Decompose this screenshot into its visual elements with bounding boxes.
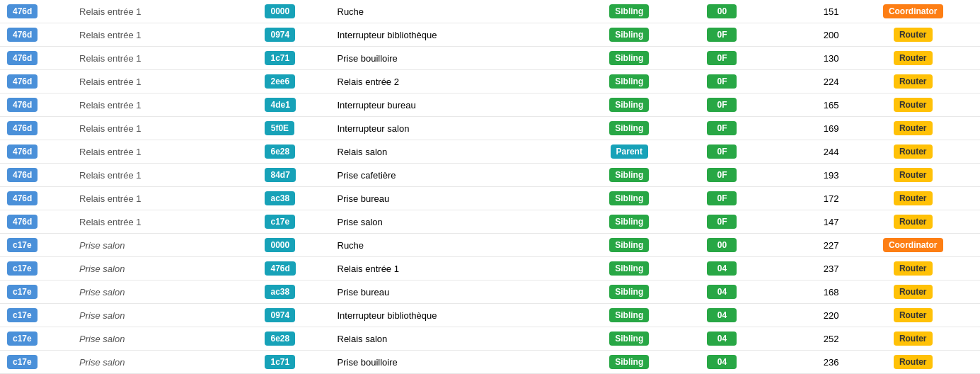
source-id-cell: 476d: [0, 187, 72, 210]
target-name-cell: Relais salon: [330, 140, 578, 164]
lqi-value: 169: [824, 123, 839, 134]
lqi-value: 172: [824, 193, 839, 204]
device-type-badge: Router: [894, 168, 933, 182]
source-id-badge: c17e: [7, 261, 38, 276]
target-id-cell: 0000: [258, 0, 330, 23]
device-type-badge: Router: [894, 261, 933, 276]
table-row: 476d Relais entrée 1 2ee6 Relais entrée …: [0, 70, 980, 94]
target-name-label: Prise salon: [338, 217, 383, 227]
device-type-badge: Router: [894, 332, 933, 346]
channel-badge: 0F: [707, 144, 737, 159]
device-type-badge: Router: [894, 191, 933, 205]
source-id-badge: c17e: [7, 308, 38, 322]
target-id-badge: 0974: [265, 308, 295, 322]
target-id-badge: 6e28: [265, 144, 295, 159]
channel-badge: 04: [707, 308, 737, 322]
device-type-badge: Router: [894, 285, 933, 299]
channel-cell: 0F: [681, 47, 763, 70]
target-id-cell: ac38: [258, 187, 330, 210]
target-id-cell: 1c71: [258, 351, 330, 374]
relation-badge: Sibling: [609, 51, 649, 65]
table-row: 476d Relais entrée 1 5f0E Interrupteur s…: [0, 117, 980, 140]
device-type-badge: Coordinator: [883, 4, 943, 18]
source-id-cell: 476d: [0, 210, 72, 234]
source-id-badge: 476d: [7, 191, 38, 205]
source-name-cell: Relais entrée 1: [72, 117, 258, 140]
lqi-value: 244: [824, 147, 839, 157]
device-type-cell: Router: [846, 47, 980, 70]
source-id-badge: 476d: [7, 121, 38, 135]
table-row: 476d Relais entrée 1 0000 Ruche Sibling …: [0, 0, 980, 23]
relation-cell: Sibling: [577, 327, 681, 351]
source-name-cell: Relais entrée 1: [72, 23, 258, 47]
target-name-cell: Ruche: [330, 0, 578, 23]
lqi-cell: 227: [763, 234, 846, 257]
relation-badge: Sibling: [609, 285, 649, 299]
channel-cell: 0F: [681, 210, 763, 234]
target-id-badge: 0000: [265, 238, 295, 252]
source-name-label: Relais entrée 1: [79, 100, 141, 110]
channel-cell: 0F: [681, 70, 763, 94]
device-type-badge: Router: [894, 98, 933, 112]
table-row: 476d Relais entrée 1 c17e Prise salon Si…: [0, 210, 980, 234]
relation-cell: Sibling: [577, 70, 681, 94]
target-name-cell: Prise cafetière: [330, 164, 578, 187]
device-type-cell: Router: [846, 70, 980, 94]
lqi-cell: 165: [763, 94, 846, 117]
lqi-value: 165: [824, 100, 839, 110]
device-type-cell: Coordinator: [846, 234, 980, 257]
channel-badge: 00: [707, 4, 737, 18]
source-id-badge: c17e: [7, 332, 38, 346]
lqi-cell: 237: [763, 257, 846, 280]
channel-cell: 04: [681, 280, 763, 304]
source-name-cell: Relais entrée 1: [72, 0, 258, 23]
target-id-badge: 4de1: [265, 98, 295, 112]
device-type-cell: Router: [846, 257, 980, 280]
device-type-cell: Router: [846, 140, 980, 164]
source-id-badge: 476d: [7, 215, 38, 229]
device-type-badge: Router: [894, 308, 933, 322]
source-id-badge: 476d: [7, 168, 38, 182]
table-row: c17e Prise salon 0000 Ruche Sibling 00 2…: [0, 234, 980, 257]
source-name-label: Prise salon: [79, 334, 125, 344]
target-id-cell: 6e28: [258, 140, 330, 164]
target-id-badge: 1c71: [265, 355, 295, 369]
target-name-label: Relais salon: [338, 147, 388, 157]
target-id-badge: 5f0E: [265, 121, 294, 135]
device-type-badge: Router: [894, 121, 933, 135]
source-id-cell: c17e: [0, 257, 72, 280]
source-id-cell: 476d: [0, 140, 72, 164]
channel-cell: 0F: [681, 94, 763, 117]
source-id-cell: c17e: [0, 280, 72, 304]
relation-cell: Sibling: [577, 0, 681, 23]
table-row: c17e Prise salon 6e28 Relais salon Sibli…: [0, 327, 980, 351]
target-id-badge: 2ee6: [265, 74, 295, 89]
device-type-cell: Router: [846, 280, 980, 304]
source-id-badge: c17e: [7, 285, 38, 299]
lqi-value: 224: [824, 76, 839, 87]
source-name-label: Prise salon: [79, 264, 125, 274]
relation-badge: Sibling: [609, 215, 649, 229]
target-name-cell: Relais entrée 1: [330, 257, 578, 280]
target-id-cell: 0000: [258, 234, 330, 257]
target-name-label: Prise bouilloire: [338, 53, 398, 64]
channel-badge: 04: [707, 261, 737, 276]
target-name-label: Prise bureau: [338, 287, 390, 298]
relation-badge: Sibling: [609, 74, 649, 89]
channel-badge: 04: [707, 355, 737, 369]
source-id-cell: 476d: [0, 94, 72, 117]
target-name-cell: Interrupteur bureau: [330, 94, 578, 117]
device-type-badge: Router: [894, 144, 933, 159]
source-name-cell: Prise salon: [72, 234, 258, 257]
relation-badge: Sibling: [609, 191, 649, 205]
channel-cell: 00: [681, 234, 763, 257]
source-name-label: Prise salon: [79, 240, 125, 251]
channel-badge: 0F: [707, 168, 737, 182]
table-row: c17e Prise salon ac38 Prise bureau Sibli…: [0, 280, 980, 304]
target-id-badge: 6e28: [265, 332, 295, 346]
target-name-label: Prise bouilloire: [338, 357, 398, 368]
source-id-cell: 476d: [0, 23, 72, 47]
source-id-cell: 476d: [0, 164, 72, 187]
target-name-label: Interrupteur bibliothèque: [338, 310, 437, 321]
target-id-cell: 2ee6: [258, 70, 330, 94]
